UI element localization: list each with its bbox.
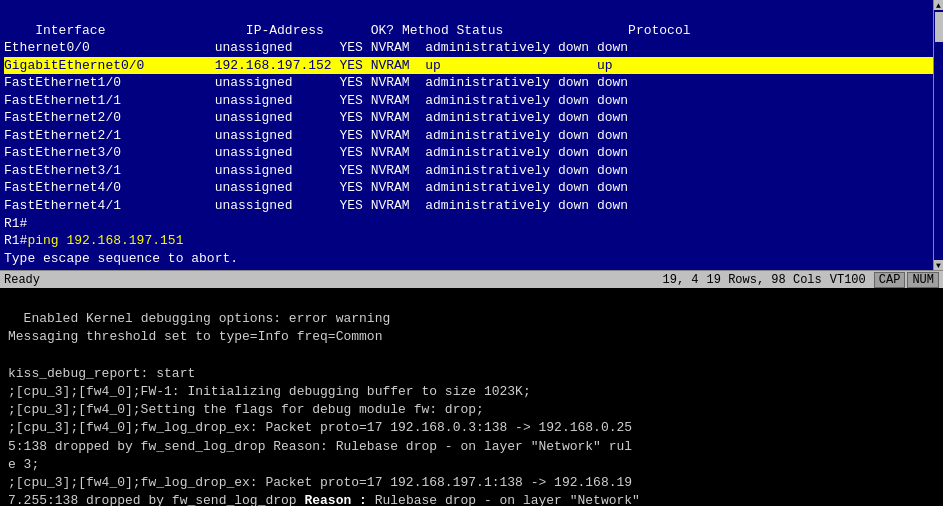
prompt-1: R1# <box>4 216 27 231</box>
status-bar: Ready 19, 4 19 Rows, 98 Cols VT100 CAP N… <box>0 270 943 288</box>
scroll-thumb[interactable] <box>935 12 943 42</box>
sending-msg: Sending 5, 100-byte ICMP Echos to 192.16… <box>4 268 566 270</box>
fast-eth-40: FastEthernet4/0 unassigned YES NVRAM adm… <box>4 180 659 195</box>
num-lock-indicator: NUM <box>907 272 939 288</box>
ethernet-row: Ethernet0/0 unassigned YES NVRAM adminis… <box>4 40 659 55</box>
terminal-output: Interface IP-Address OK? Method Status P… <box>4 4 939 270</box>
ping-command: ping 192.168.197.151 <box>27 233 183 248</box>
fast-eth-31: FastEthernet3/1 unassigned YES NVRAM adm… <box>4 163 659 178</box>
prompt-2: R1# <box>4 233 27 248</box>
scroll-down-button[interactable]: ▼ <box>934 260 944 270</box>
top-terminal[interactable]: Interface IP-Address OK? Method Status P… <box>0 0 943 270</box>
fast-eth-20: FastEthernet2/0 unassigned YES NVRAM adm… <box>4 110 659 125</box>
fast-eth-41: FastEthernet4/1 unassigned YES NVRAM adm… <box>4 198 659 213</box>
bottom-terminal[interactable]: Enabled Kernel debugging options: error … <box>0 288 943 506</box>
fast-eth-30: FastEthernet3/0 unassigned YES NVRAM adm… <box>4 145 659 160</box>
scrollbar[interactable]: ▲ ▼ <box>933 0 943 270</box>
status-rows: 19 Rows, 98 Cols <box>707 273 822 287</box>
escape-msg: Type escape sequence to abort. <box>4 251 238 266</box>
fast-eth-10: FastEthernet1/0 unassigned YES NVRAM adm… <box>4 75 659 90</box>
interface-header: Interface IP-Address OK? Method Status P… <box>35 23 690 38</box>
caps-lock-indicator: CAP <box>874 272 906 288</box>
fast-eth-21: FastEthernet2/1 unassigned YES NVRAM adm… <box>4 128 659 143</box>
status-vt: VT100 <box>830 273 866 287</box>
fast-eth-11: FastEthernet1/1 unassigned YES NVRAM adm… <box>4 93 659 108</box>
status-position: 19, 4 <box>663 273 699 287</box>
status-ready-label: Ready <box>4 273 663 287</box>
bottom-output: Enabled Kernel debugging options: error … <box>8 311 640 506</box>
gigabit-row: GigabitEthernet0/0 192.168.197.152 YES N… <box>4 57 939 75</box>
scroll-up-button[interactable]: ▲ <box>934 0 944 10</box>
